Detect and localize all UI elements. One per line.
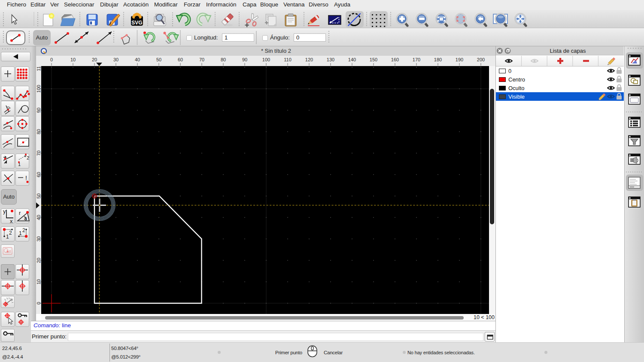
svg-text:150: 150 (370, 57, 377, 62)
svg-text:60: 60 (178, 57, 183, 62)
svg-text:50: 50 (156, 57, 161, 62)
svg-text:2: 2 (9, 230, 12, 236)
svg-text:80: 80 (221, 57, 226, 62)
svg-text:110: 110 (36, 66, 41, 71)
svg-text:30: 30 (113, 57, 118, 62)
svg-text:2: 2 (27, 155, 29, 160)
svg-text:100: 100 (262, 57, 270, 62)
svg-text:110: 110 (284, 57, 292, 62)
svg-text:y: y (3, 208, 6, 214)
svg-text:!: ! (25, 175, 27, 181)
svg-text:1: 1 (19, 230, 22, 236)
svg-text:0: 0 (50, 57, 53, 62)
svg-text:SVG: SVG (131, 20, 142, 26)
svg-text:160: 160 (391, 57, 399, 62)
svg-text:200: 200 (477, 57, 485, 62)
svg-text:170: 170 (413, 57, 420, 62)
svg-text:180: 180 (434, 57, 442, 62)
svg-text:70: 70 (199, 57, 204, 62)
svg-text:20: 20 (92, 57, 97, 62)
svg-text:x: x (10, 218, 13, 224)
svg-text:130: 130 (327, 57, 334, 62)
svg-text:2: 2 (22, 227, 25, 233)
svg-text:40: 40 (135, 57, 140, 62)
svg-text:a: a (24, 215, 27, 221)
svg-text:r: r (19, 210, 21, 216)
svg-text:120: 120 (305, 57, 313, 62)
svg-text:10: 10 (70, 57, 76, 62)
svg-text:190: 190 (456, 57, 463, 62)
svg-text:90: 90 (242, 57, 247, 62)
svg-text:1: 1 (6, 234, 9, 240)
svg-text:140: 140 (348, 57, 356, 62)
